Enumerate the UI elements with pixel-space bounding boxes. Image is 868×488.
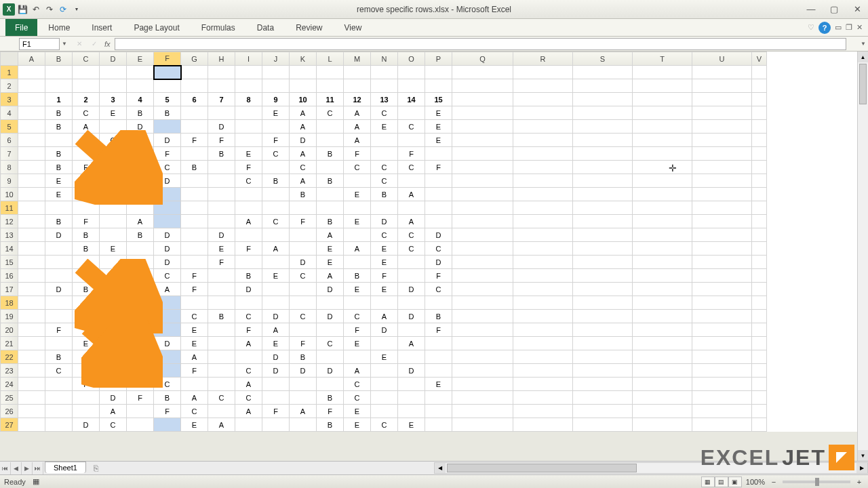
cell-N7[interactable] [371,147,398,161]
cell-O22[interactable] [398,350,425,364]
cell-E11[interactable] [127,201,154,215]
cell-U7[interactable] [692,147,752,161]
cell-U13[interactable] [692,228,752,242]
cell-O6[interactable] [398,134,425,147]
cell-Q9[interactable] [452,174,513,188]
cell-V25[interactable] [752,391,767,405]
cell-U8[interactable] [692,161,752,174]
cell-S12[interactable] [573,215,633,228]
cell-P23[interactable] [425,364,452,378]
cell-R23[interactable] [513,364,573,378]
cell-Q5[interactable] [452,120,513,134]
cell-K8[interactable]: C [290,161,317,174]
cell-H22[interactable] [208,350,235,364]
cell-V19[interactable] [752,310,767,323]
cell-P22[interactable] [425,350,452,364]
cell-K26[interactable]: A [290,405,317,418]
col-header-N[interactable]: N [371,52,398,66]
cell-R21[interactable] [513,337,573,350]
cell-K6[interactable]: D [290,134,317,147]
cell-U27[interactable] [692,418,752,432]
cell-T1[interactable] [633,66,692,79]
cell-D25[interactable]: D [100,391,127,405]
cell-G25[interactable]: A [181,391,208,405]
cell-U14[interactable] [692,242,752,256]
cell-T13[interactable] [633,228,692,242]
cell-O18[interactable] [398,296,425,310]
cell-A4[interactable] [18,106,45,120]
cell-Q15[interactable] [452,256,513,269]
ribbon-close-icon[interactable]: ✕ [856,23,863,32]
cell-F1[interactable] [154,66,181,79]
cell-O21[interactable]: A [398,337,425,350]
cell-I16[interactable]: B [235,269,262,283]
cell-I24[interactable]: A [235,378,262,391]
cell-F8[interactable]: C [154,161,181,174]
cell-C2[interactable] [73,79,100,93]
cell-D9[interactable] [100,174,127,188]
cell-K25[interactable] [290,391,317,405]
cell-K15[interactable]: D [290,256,317,269]
cell-C6[interactable] [73,134,100,147]
cell-T16[interactable] [633,269,692,283]
cell-C24[interactable]: F [73,378,100,391]
cell-A16[interactable] [18,269,45,283]
cell-H1[interactable] [208,66,235,79]
cell-H20[interactable] [208,323,235,337]
cell-P6[interactable]: E [425,134,452,147]
help-icon[interactable]: ? [818,22,831,34]
cell-P2[interactable] [425,79,452,93]
cell-C18[interactable] [73,296,100,310]
cell-R26[interactable] [513,405,573,418]
cell-J12[interactable]: C [262,215,290,228]
cell-O3[interactable]: 14 [398,93,425,106]
cell-Q1[interactable] [452,66,513,79]
cell-V27[interactable] [752,418,767,432]
cell-I18[interactable] [235,296,262,310]
sheet-nav-prev-icon[interactable]: ◀ [11,462,22,474]
scroll-thumb[interactable] [859,64,867,104]
cell-S9[interactable] [573,174,633,188]
cell-E21[interactable]: D [127,337,154,350]
cell-O13[interactable]: C [398,228,425,242]
cell-O1[interactable] [398,66,425,79]
cell-U21[interactable] [692,337,752,350]
cell-C13[interactable]: B [73,228,100,242]
cell-Q25[interactable] [452,391,513,405]
cell-L2[interactable] [317,79,344,93]
cell-M3[interactable]: 12 [344,93,371,106]
cell-A17[interactable] [18,283,45,296]
cell-C25[interactable] [73,391,100,405]
cell-E7[interactable]: C [127,147,154,161]
cell-M5[interactable]: A [344,120,371,134]
cell-R25[interactable] [513,391,573,405]
cell-V1[interactable] [752,66,767,79]
cell-P20[interactable]: F [425,323,452,337]
cell-S7[interactable] [573,147,633,161]
cell-L20[interactable] [317,323,344,337]
file-tab[interactable]: File [5,19,37,36]
cell-L10[interactable] [317,188,344,201]
cell-Q24[interactable] [452,378,513,391]
row-header-9[interactable]: 9 [1,174,18,188]
cell-K10[interactable]: B [290,188,317,201]
cell-R9[interactable] [513,174,573,188]
undo-icon[interactable]: ↶ [30,3,42,16]
row-header-19[interactable]: 19 [1,310,18,323]
cell-H5[interactable]: D [208,120,235,134]
cell-J18[interactable] [262,296,290,310]
cell-B13[interactable]: D [45,228,73,242]
cell-M10[interactable]: E [344,188,371,201]
cell-N24[interactable] [371,378,398,391]
cell-C7[interactable] [73,147,100,161]
cell-N18[interactable] [371,296,398,310]
cell-K2[interactable] [290,79,317,93]
cell-U16[interactable] [692,269,752,283]
cell-A13[interactable] [18,228,45,242]
cell-U23[interactable] [692,364,752,378]
row-header-5[interactable]: 5 [1,120,18,134]
cell-B3[interactable]: 1 [45,93,73,106]
cell-U6[interactable] [692,134,752,147]
cell-V6[interactable] [752,134,767,147]
cell-E8[interactable] [127,161,154,174]
